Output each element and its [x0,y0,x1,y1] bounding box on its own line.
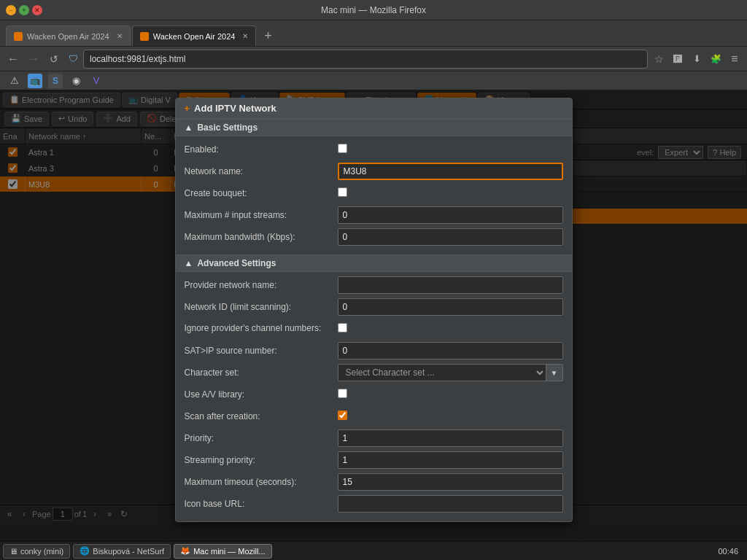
provider-network-name-label: Provider network name: [185,280,338,290]
character-set-select[interactable]: Select Character set ... [338,364,546,381]
max-bandwidth-input[interactable] [338,228,563,246]
viber-extension[interactable]: V [89,74,104,88]
network-name-field-row: Network name: [185,163,563,180]
new-tab-button[interactable]: + [258,26,278,46]
streaming-priority-input[interactable] [338,451,563,469]
taskbar-conky[interactable]: 🖥 conky (mini) [3,544,70,559]
firefox-label: Mac mini — Mozill... [193,547,265,556]
title-bar: − + ✕ Mac mini — Mozilla Firefox [0,0,747,20]
use-av-library-control [338,389,347,400]
use-av-library-label: Use A/V library: [185,389,338,400]
create-bouquet-field-row: Create bouquet: [185,184,563,202]
priority-input[interactable] [338,429,563,447]
network-id-label: Network ID (limit scanning): [185,302,338,312]
character-set-row: Character set: Select Character set ... … [185,364,563,381]
max-input-streams-input[interactable] [338,206,563,224]
window-controls-group: − + ✕ [6,5,42,15]
enabled-label: Enabled: [185,144,338,155]
ignore-provider-control [338,323,347,335]
advanced-settings-label: Advanced Settings [197,258,276,268]
conky-icon: 🖥 [9,547,18,556]
synology-extension[interactable]: S [48,74,63,88]
character-set-label: Character set: [185,368,338,378]
icon-base-url-label: Icon base URL: [185,499,338,509]
menu-button[interactable]: ≡ [727,51,743,67]
download-icon[interactable]: ⬇ [689,51,705,67]
tab2-label: Wacken Open Air 2024 [153,32,236,41]
tab2-close[interactable]: ✕ [242,32,248,40]
provider-network-name-input[interactable] [338,276,563,294]
scan-after-creation-control [338,411,347,422]
satip-source-input[interactable] [338,342,563,359]
tab1-label: Wacken Open Air 2024 [27,32,109,41]
basic-settings-label: Basic Settings [197,122,258,133]
window-title: Mac mini — Mozilla Firefox [321,5,426,15]
conky-label: conky (mini) [20,547,63,556]
taskbar-firefox[interactable]: 🦊 Mac mini — Mozill... [174,544,271,559]
section-collapse-icon: ▲ [185,122,193,133]
max-bandwidth-row: Maximum bandwidth (Kbps): [185,228,563,246]
network-name-label: Network name: [185,166,338,176]
extensions-bar: ⚠ 📺 S ◉ V [0,71,747,90]
network-name-input[interactable] [338,163,563,180]
ignore-provider-row: Ignore provider's channel numbers: [185,320,563,338]
modal-title-icon: + [185,103,190,114]
alert-extension[interactable]: ⚠ [7,74,22,88]
taskbar: 🖥 conky (mini) 🌐 Biskupová - NetSurf 🦊 M… [0,541,747,560]
add-iptv-modal: + Add IPTV Network ▲ Basic Settings Enab… [175,98,573,522]
max-timeout-input[interactable] [338,473,563,491]
enabled-field-row: Enabled: [185,141,563,158]
minimize-button[interactable]: − [6,5,16,15]
basic-settings-header[interactable]: ▲ Basic Settings [176,119,572,136]
satip-source-label: SAT>IP source number: [185,346,338,356]
use-av-library-row: Use A/V library: [185,386,563,403]
create-bouquet-control [338,187,347,199]
nav-bar: ← → ↺ 🛡 localhost:9981/extjs.html ☆ 🅿 ⬇ … [0,47,747,71]
create-bouquet-checkbox[interactable] [338,187,347,197]
back-button[interactable]: ← [4,50,22,68]
satip-source-row: SAT>IP source number: [185,342,563,359]
max-input-streams-label: Maximum # input streams: [185,210,338,220]
scan-after-creation-row: Scan after creation: [185,408,563,425]
priority-label: Priority: [185,433,338,443]
firefox-icon: 🦊 [180,546,190,556]
advanced-settings-header[interactable]: ▲ Advanced Settings [176,254,572,272]
chrome-extension[interactable]: ◉ [69,74,83,88]
character-set-dropdown-button[interactable]: ▼ [546,364,563,381]
pocket-icon[interactable]: 🅿 [670,51,686,67]
advanced-settings-body: Provider network name: Network ID (limit… [176,272,572,521]
url-text: localhost:9981/extjs.html [90,54,185,64]
streaming-priority-label: Streaming priority: [185,455,338,465]
icon-base-url-input[interactable] [338,495,563,513]
bookmark-star-icon[interactable]: ☆ [651,51,667,67]
reload-button[interactable]: ↺ [45,50,63,68]
network-id-input[interactable] [338,298,563,316]
max-bandwidth-label: Maximum bandwidth (Kbps): [185,232,338,242]
url-bar[interactable]: localhost:9981/extjs.html [83,50,648,69]
netsurf-icon: 🌐 [80,546,90,556]
tab-wacken-1[interactable]: Wacken Open Air 2024 ✕ [6,26,131,46]
tab1-favicon [14,32,23,41]
scan-after-creation-checkbox[interactable] [338,411,347,420]
taskbar-netsurf[interactable]: 🌐 Biskupová - NetSurf [73,544,171,559]
enabled-checkbox[interactable] [338,144,347,153]
tab2-favicon [140,32,149,41]
tab-wacken-2[interactable]: Wacken Open Air 2024 ✕ [132,26,257,46]
ignore-provider-checkbox[interactable] [338,323,347,332]
advanced-collapse-icon: ▲ [185,258,193,268]
provider-network-name-row: Provider network name: [185,276,563,294]
max-input-streams-row: Maximum # input streams: [185,206,563,224]
forward-button[interactable]: → [25,50,42,68]
extensions-icon[interactable]: 🧩 [708,51,724,67]
streaming-priority-row: Streaming priority: [185,451,563,469]
restore-button[interactable]: + [19,5,29,15]
icon-base-url-row: Icon base URL: [185,495,563,513]
enabled-control [338,144,347,155]
tvheadend-extension[interactable]: 📺 [28,74,42,88]
tab1-close[interactable]: ✕ [117,32,123,40]
shield-icon: 🛡 [66,52,80,66]
use-av-library-checkbox[interactable] [338,389,347,398]
basic-settings-body: Enabled: Network name: Cre [176,136,572,254]
modal-title-bar: + Add IPTV Network [176,98,572,119]
close-button[interactable]: ✕ [32,5,42,15]
